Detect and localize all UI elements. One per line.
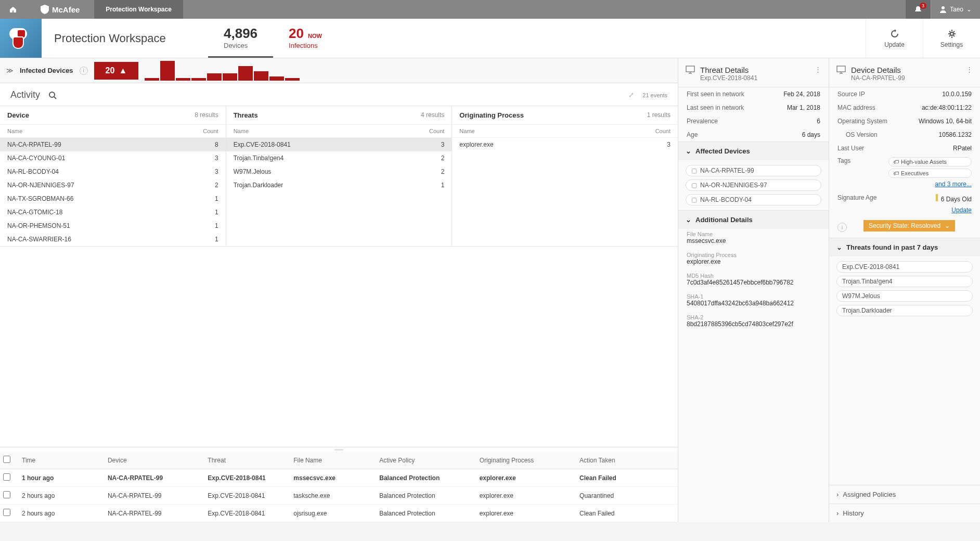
expand-icon[interactable]: ⤢ (628, 91, 634, 99)
tag[interactable]: 🏷High-value Assets (888, 157, 972, 166)
list-item[interactable]: Exp.CVE-2018-08413 (226, 138, 452, 151)
chip[interactable]: ▢NA-CA-RPATEL-99 (686, 165, 821, 176)
infections-stat[interactable]: 20NOW Infections (273, 19, 338, 58)
event-table-header: Time Device Threat File Name Active Poli… (0, 452, 678, 469)
refresh-icon (889, 29, 900, 39)
workspace-tab[interactable]: Protection Workspace (94, 0, 183, 19)
row-checkbox[interactable] (3, 491, 10, 498)
threat-details-panel: Threat Details Exp.CVE-2018-0841 ⋮ First… (678, 58, 829, 522)
chip[interactable]: Exp.CVE-2018-0841 (836, 261, 973, 273)
event-table: ═══ Time Device Threat File Name Active … (0, 447, 678, 522)
additional-details-section[interactable]: ⌄Additional Details (678, 210, 829, 229)
more-tags-link[interactable]: and 3 more... (935, 181, 972, 188)
workspace-icon (0, 19, 42, 58)
tag[interactable]: 🏷Executives (888, 169, 972, 178)
gear-icon (947, 29, 957, 39)
row-checkbox[interactable] (3, 473, 10, 481)
infected-label: Infected Devices (20, 67, 73, 74)
device-name: NA-CA-RPATEL-99 (851, 74, 905, 82)
chevron-down-icon: ⌄ (686, 147, 691, 155)
list-item[interactable]: NA-CA-SWARRIER-161 (0, 233, 226, 246)
chevron-right-icon: › (836, 491, 839, 498)
devices-count: 4,896 (224, 25, 257, 42)
process-column: Originating Process1 results NameCount e… (452, 106, 678, 246)
threat-column: Threats4 results NameCount Exp.CVE-2018-… (226, 106, 453, 246)
security-state-badge[interactable]: Security State: Resoloved⌄ (863, 220, 955, 231)
shield-icon (41, 5, 49, 14)
search-icon[interactable] (48, 91, 57, 99)
chevron-down-icon: ⌄ (966, 6, 972, 13)
activity-header: Activity ⤢ 21 events (0, 83, 678, 106)
info-icon[interactable]: i (837, 223, 847, 232)
brand-logo: McAfee (26, 5, 94, 14)
update-link[interactable]: Update (951, 207, 972, 214)
notifications-button[interactable]: 3 (905, 0, 931, 19)
list-item[interactable]: Trojan.Tinba!gen42 (226, 151, 452, 165)
threat-name: Exp.CVE-2018-0841 (700, 74, 757, 82)
device-column: Device8 results NameCount NA-CA-RPATEL-9… (0, 106, 226, 246)
list-item[interactable]: NA-CA-RPATEL-998 (0, 138, 226, 151)
list-item[interactable]: Trojan.Darkloader1 (226, 178, 452, 192)
list-item[interactable]: NA-OR-NJENNIGES-972 (0, 178, 226, 192)
threats-found-section[interactable]: ⌄Threats found in past 7 days (829, 238, 980, 256)
event-count: 21 events (642, 92, 667, 98)
chip[interactable]: Trojan.Darkloader (836, 305, 973, 316)
device-details-panel: Device Details NA-CA-RPATEL-99 ⋮ Source … (829, 58, 980, 522)
more-icon[interactable]: ⋮ (815, 66, 821, 73)
drag-handle[interactable]: ═══ (0, 447, 678, 452)
list-item[interactable]: NA-OR-PHEMSON-511 (0, 219, 226, 233)
home-icon[interactable] (0, 5, 26, 14)
infections-count: 20 (289, 25, 304, 41)
user-name: Taeo (950, 6, 963, 13)
more-icon[interactable]: ⋮ (966, 66, 973, 73)
up-arrow-icon: ▲ (119, 66, 127, 75)
activity-title: Activity (10, 89, 40, 100)
assigned-policies-section[interactable]: ›Assigned Policies (829, 485, 980, 504)
monitor-icon (686, 66, 695, 74)
list-item[interactable]: NA-TX-SGROBMAN-661 (0, 192, 226, 205)
chevron-down-icon: ⌄ (686, 216, 691, 224)
list-item[interactable]: NA-CA-CYOUNG-013 (0, 151, 226, 165)
chevron-right-icon: › (836, 509, 839, 517)
svg-point-0 (942, 6, 945, 9)
brand-text: McAfee (52, 5, 80, 14)
page-header: Protection Workspace 4,896 Devices 20NOW… (0, 19, 980, 58)
history-section[interactable]: ›History (829, 504, 980, 522)
svg-rect-3 (686, 66, 694, 72)
svg-point-2 (49, 92, 55, 97)
cloud-shield-icon (8, 26, 33, 51)
infected-count-badge[interactable]: 20▲ (94, 62, 139, 80)
infected-devices-bar: ≫ Infected Devices i 20▲ (0, 58, 678, 83)
notification-badge: 3 (920, 3, 926, 9)
user-icon (939, 6, 947, 13)
select-all-checkbox[interactable] (3, 456, 10, 463)
spark-chart (145, 61, 300, 81)
collapse-icon[interactable]: ≫ (6, 67, 14, 74)
svg-point-1 (950, 32, 953, 35)
chip[interactable]: W97M.Jelous (836, 290, 973, 302)
monitor-icon (836, 66, 846, 74)
chip[interactable]: ▢NA-OR-NJENNIGES-97 (686, 179, 821, 191)
row-checkbox[interactable] (3, 509, 10, 516)
table-row[interactable]: 2 hours agoNA-CA-RPATEL-99Exp.CVE-2018-0… (0, 505, 678, 522)
devices-stat[interactable]: 4,896 Devices (208, 19, 273, 58)
table-row[interactable]: 2 hours agoNA-CA-RPATEL-99Exp.CVE-2018-0… (0, 487, 678, 505)
top-bar: McAfee Protection Workspace 3 Taeo ⌄ (0, 0, 980, 19)
settings-button[interactable]: Settings (923, 19, 980, 58)
svg-rect-4 (837, 66, 845, 72)
threat-panel-title: Threat Details (700, 66, 757, 74)
user-menu[interactable]: Taeo ⌄ (931, 0, 980, 19)
list-item[interactable]: explorer.exe3 (452, 138, 678, 151)
chevron-down-icon: ⌄ (945, 222, 950, 229)
list-item[interactable]: NA-RL-BCODY-043 (0, 165, 226, 178)
list-item[interactable]: W97M.Jelous2 (226, 165, 452, 178)
chip[interactable]: ▢NA-RL-BCODY-04 (686, 194, 821, 205)
list-item[interactable]: NA-CA-GTOMIC-181 (0, 205, 226, 219)
table-row[interactable]: 1 hour agoNA-CA-RPATEL-99Exp.CVE-2018-08… (0, 469, 678, 487)
device-panel-title: Device Details (851, 66, 905, 74)
page-title: Protection Workspace (42, 19, 208, 58)
chip[interactable]: Trojan.Tinba!gen4 (836, 276, 973, 287)
affected-devices-section[interactable]: ⌄Affected Devices (678, 141, 829, 160)
update-button[interactable]: Update (866, 19, 923, 58)
info-icon[interactable]: i (80, 67, 88, 75)
